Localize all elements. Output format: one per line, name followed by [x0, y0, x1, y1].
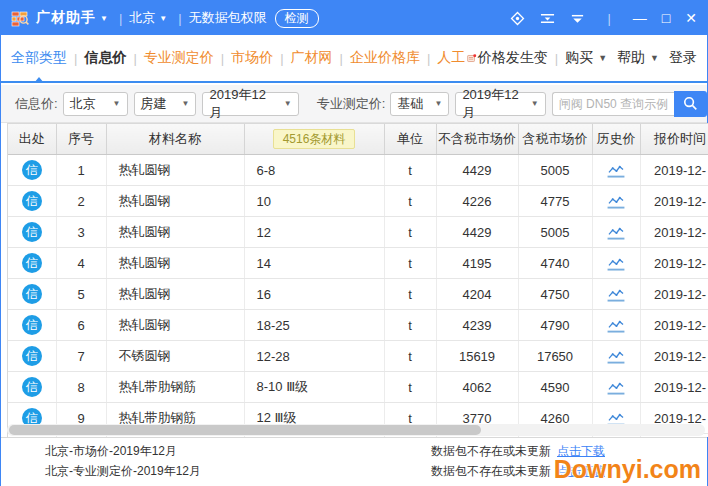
info-month-select[interactable]: 2019年12月▼ — [202, 92, 298, 116]
cell-unit: t — [384, 217, 436, 248]
app-window: 广材助手 ▼ | 北京 ▼ | 无数据包权限 检测 | — □ ✕ — [0, 0, 708, 486]
table-row[interactable]: 信 5 热轧圆钢 16 t 4204 4750 2019-12- — [8, 279, 708, 310]
cell-quote-date: 2019-12- — [640, 217, 708, 248]
close-button[interactable]: ✕ — [685, 11, 697, 25]
chevron-down-icon: ▼ — [531, 99, 539, 108]
cell-quote-date: 2019-12- — [640, 310, 708, 341]
app-title: 广材助手 — [36, 9, 96, 27]
check-button[interactable]: 检测 — [275, 9, 319, 28]
cell-number: 6 — [56, 310, 106, 341]
titlebar-separator: | — [119, 11, 122, 26]
cell-number: 8 — [56, 372, 106, 403]
table-row[interactable]: 信 3 热轧圆钢 12 t 4429 5005 2019-12- — [8, 217, 708, 248]
category-select[interactable]: 房建▼ — [134, 92, 197, 116]
city-caret-icon[interactable]: ▼ — [159, 14, 167, 23]
cell-material-name: 不锈圆钢 — [106, 341, 244, 372]
cell-spec: 18-25 — [244, 310, 384, 341]
table-row[interactable]: 信 8 热轧带肋钢筋 8-10 Ⅲ级 t 4062 4590 2019-12- — [8, 372, 708, 403]
info-source-icon[interactable]: 信 — [22, 191, 42, 211]
info-source-icon[interactable]: 信 — [22, 346, 42, 366]
menu-item-gc-web[interactable]: 广材网 — [291, 49, 333, 67]
menu-item-all-types[interactable]: 全部类型 — [11, 49, 67, 67]
cell-price-inc-tax: 4750 — [518, 279, 592, 310]
materials-count-badge: 4516条材料 — [273, 129, 356, 149]
compass-icon[interactable] — [510, 11, 525, 26]
cell-material-name: 热轧圆钢 — [106, 186, 244, 217]
table-row[interactable]: 信 6 热轧圆钢 18-25 t 4239 4790 2019-12- — [8, 310, 708, 341]
cell-material-name: 热轧圆钢 — [106, 279, 244, 310]
col-price-ex-tax: 不含税市场价 — [436, 124, 518, 155]
cell-spec: 10 — [244, 186, 384, 217]
cell-unit: t — [384, 279, 436, 310]
history-chart-icon[interactable] — [606, 380, 626, 395]
menu-item-pro-price[interactable]: 专业测定价 — [144, 49, 214, 67]
menu-separator: | — [427, 51, 430, 66]
menu-item-enterprise-db[interactable]: 企业价格库 — [350, 49, 420, 67]
info-source-icon[interactable]: 信 — [22, 253, 42, 273]
cell-quote-date: 2019-12- — [640, 186, 708, 217]
chevron-down-icon: ▼ — [434, 99, 442, 108]
download-link-1[interactable]: 点击下载 — [557, 444, 605, 458]
col-source: 出处 — [8, 124, 56, 155]
cell-price-inc-tax: 5005 — [518, 155, 592, 186]
col-number: 序号 — [56, 124, 106, 155]
history-chart-icon[interactable] — [606, 318, 626, 333]
cell-unit: t — [384, 186, 436, 217]
cell-number: 7 — [56, 341, 106, 372]
download-link-2[interactable]: 点击下载 — [557, 464, 605, 478]
info-source-icon[interactable]: 信 — [22, 377, 42, 397]
history-chart-icon[interactable] — [606, 256, 626, 271]
menu-item-info-price[interactable]: 信息价 — [84, 49, 126, 67]
horizontal-scrollbar-track[interactable] — [7, 424, 705, 436]
menu-item-buy[interactable]: 购买 — [565, 49, 593, 67]
toolbar-icon[interactable] — [540, 11, 555, 26]
buy-caret-icon[interactable]: ▼ — [598, 53, 607, 63]
history-chart-icon[interactable] — [606, 163, 626, 178]
cell-spec: 14 — [244, 248, 384, 279]
history-chart-icon[interactable] — [606, 194, 626, 209]
table-row[interactable]: 信 1 热轧圆钢 6-8 t 4429 5005 2019-12- — [8, 155, 708, 186]
announcement-icon — [467, 52, 476, 65]
menu-item-help[interactable]: 帮助 — [617, 49, 645, 67]
app-logo-icon — [11, 9, 29, 27]
menu-item-login[interactable]: 登录 — [669, 49, 697, 67]
table-body: 信 1 热轧圆钢 6-8 t 4429 5005 2019-12- 信 2 热轧 — [8, 155, 708, 438]
cell-material-name: 热轧圆钢 — [106, 248, 244, 279]
cell-quote-date: 2019-12- — [640, 279, 708, 310]
city-selector[interactable]: 北京 — [129, 9, 155, 27]
region-select[interactable]: 北京▼ — [63, 92, 128, 116]
cell-price-ex-tax: 4062 — [436, 372, 518, 403]
pro-base-select[interactable]: 基础▼ — [390, 92, 449, 116]
info-source-icon[interactable]: 信 — [22, 222, 42, 242]
table-row[interactable]: 信 4 热轧圆钢 14 t 4195 4740 2019-12- — [8, 248, 708, 279]
search-input[interactable] — [552, 92, 674, 116]
minimize-button[interactable]: — — [633, 11, 647, 25]
collapse-icon[interactable] — [570, 11, 585, 26]
pro-month-select[interactable]: 2019年12月▼ — [455, 92, 545, 116]
horizontal-scrollbar-thumb[interactable] — [9, 425, 481, 435]
history-chart-icon[interactable] — [606, 349, 626, 364]
status-message-2: 数据包不存在或未更新 — [431, 464, 551, 478]
menu-item-labor[interactable]: 人工 — [437, 49, 465, 67]
table-row[interactable]: 信 7 不锈圆钢 12-28 t 15619 17650 2019-12- — [8, 341, 708, 372]
menu-item-market-price[interactable]: 市场价 — [231, 49, 273, 67]
cell-number: 1 — [56, 155, 106, 186]
app-menu-caret-icon[interactable]: ▼ — [100, 14, 108, 23]
info-source-icon[interactable]: 信 — [22, 284, 42, 304]
price-change-notice: 价格发生变 — [478, 49, 548, 67]
history-chart-icon[interactable] — [606, 225, 626, 240]
cell-spec: 12-28 — [244, 341, 384, 372]
help-caret-icon[interactable]: ▼ — [650, 53, 659, 63]
search-button[interactable] — [674, 91, 707, 117]
table-row[interactable]: 信 2 热轧圆钢 10 t 4226 4775 2019-12- — [8, 186, 708, 217]
cell-unit: t — [384, 372, 436, 403]
cell-number: 4 — [56, 248, 106, 279]
history-chart-icon[interactable] — [606, 287, 626, 302]
cell-price-inc-tax: 4590 — [518, 372, 592, 403]
info-source-icon[interactable]: 信 — [22, 315, 42, 335]
col-spec: 4516条材料 — [244, 124, 384, 155]
cell-price-ex-tax: 4195 — [436, 248, 518, 279]
maximize-button[interactable]: □ — [662, 11, 670, 25]
info-source-icon[interactable]: 信 — [22, 160, 42, 180]
status-source-1: 北京-市场价-2019年12月 — [45, 441, 177, 461]
